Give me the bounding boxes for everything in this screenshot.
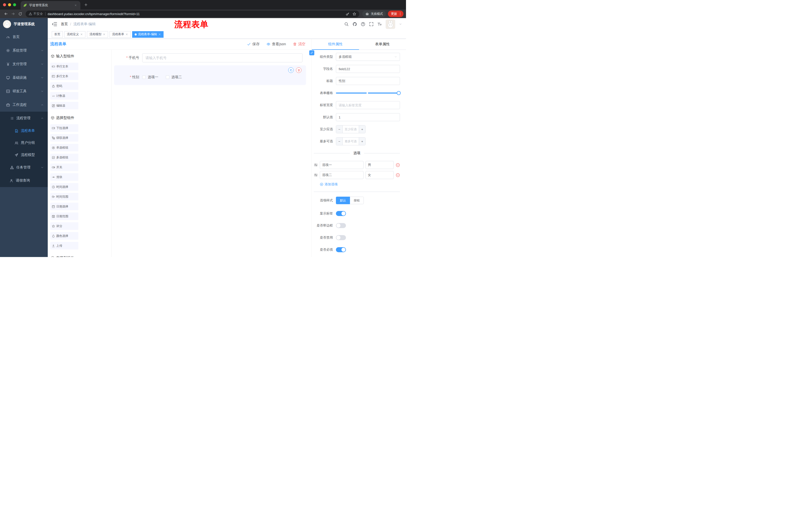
- tag-process-form-edit[interactable]: 流程表单-编辑: [132, 31, 164, 38]
- palette-item-checkbox-group[interactable]: 多选框组: [50, 154, 78, 161]
- key-icon[interactable]: [346, 12, 349, 16]
- sidebar-item-devtools[interactable]: 研发工具: [0, 84, 48, 98]
- sidebar-fold-icon[interactable]: [52, 21, 57, 27]
- window-close-button[interactable]: [3, 3, 6, 6]
- option-name-input[interactable]: [320, 171, 364, 179]
- view-json-button[interactable]: 查看json: [266, 42, 286, 47]
- sidebar-item-infrastructure[interactable]: 基础设施: [0, 71, 48, 84]
- reload-button[interactable]: [17, 10, 24, 17]
- palette-item-date-picker[interactable]: 日期选择: [50, 203, 78, 210]
- stepper-minus-button[interactable]: −: [336, 126, 343, 133]
- palette-item-switch[interactable]: 开关: [50, 163, 78, 171]
- with-border-toggle[interactable]: [336, 223, 346, 228]
- phone-input[interactable]: [142, 53, 302, 62]
- palette-item-upload[interactable]: 上传: [50, 242, 78, 249]
- drag-handle-icon[interactable]: [314, 173, 318, 177]
- min-select-input[interactable]: [343, 126, 359, 133]
- gender-field-item-selected[interactable]: * 性别 选项一 选项二: [114, 65, 306, 85]
- tag-process-form[interactable]: 流程表单: [110, 31, 130, 38]
- remove-option-icon[interactable]: [396, 163, 400, 167]
- palette-item-color-picker[interactable]: 颜色选择: [50, 232, 78, 240]
- palette-item-time-range[interactable]: 时间范围: [50, 193, 78, 200]
- tag-process-model[interactable]: 流程模型: [87, 31, 108, 38]
- window-zoom-button[interactable]: [13, 3, 16, 6]
- close-icon[interactable]: [103, 33, 106, 36]
- gender-option-1-checkbox[interactable]: 选项一: [142, 75, 158, 79]
- label-width-input[interactable]: [336, 101, 400, 109]
- search-icon[interactable]: [344, 22, 349, 26]
- address-bar[interactable]: 不安全 dashboard.yudao.iocoder.cn/bpm/manag…: [26, 10, 359, 17]
- close-icon[interactable]: [125, 33, 128, 36]
- palette-item-counter[interactable]: 计数器: [50, 92, 78, 100]
- user-avatar[interactable]: [386, 19, 395, 29]
- title-input[interactable]: [336, 77, 400, 85]
- remove-option-icon[interactable]: [396, 173, 400, 177]
- tag-home[interactable]: 首页: [52, 31, 63, 38]
- github-icon[interactable]: [352, 22, 357, 26]
- breadcrumb-home[interactable]: 首页: [61, 22, 68, 26]
- update-browser-button[interactable]: 更新: [388, 10, 404, 17]
- palette-item-select[interactable]: 下拉选择: [50, 124, 78, 132]
- link-icon[interactable]: [309, 50, 314, 55]
- style-button-button[interactable]: 按钮: [350, 197, 364, 204]
- sidebar-item-workflow[interactable]: 工作流程: [0, 98, 48, 112]
- option-value-input[interactable]: [366, 171, 394, 179]
- option-name-input[interactable]: [320, 161, 364, 169]
- gender-option-2-checkbox[interactable]: 选项二: [166, 75, 182, 79]
- palette-item-password[interactable]: 密码: [50, 82, 78, 90]
- tab-form-props[interactable]: 表单属性: [359, 39, 406, 50]
- palette-item-cascader[interactable]: 级联选择: [50, 134, 78, 141]
- palette-item-multi-line-text[interactable]: 多行文本: [50, 73, 78, 80]
- delete-component-button[interactable]: [296, 67, 301, 73]
- required-toggle[interactable]: [336, 247, 346, 252]
- sidebar-item-task-management[interactable]: 任务管理: [0, 161, 48, 174]
- stepper-plus-button[interactable]: +: [359, 126, 365, 133]
- new-tab-button[interactable]: [82, 1, 89, 8]
- tab-component-props[interactable]: 组件属性: [312, 39, 359, 50]
- palette-item-editor[interactable]: 编辑器: [50, 102, 78, 109]
- palette-item-date-range[interactable]: 日期范围: [50, 213, 78, 220]
- palette-item-rate[interactable]: 评分: [50, 222, 78, 230]
- add-option-button[interactable]: 添加选项: [320, 182, 400, 187]
- fullscreen-icon[interactable]: [369, 22, 374, 26]
- style-default-button[interactable]: 默认: [336, 197, 350, 204]
- form-grid-slider[interactable]: [336, 89, 400, 97]
- back-button[interactable]: [2, 10, 9, 17]
- drag-handle-icon[interactable]: [314, 163, 318, 167]
- tag-process-definition[interactable]: 流程定义: [64, 31, 85, 38]
- default-value-input[interactable]: [336, 113, 400, 121]
- palette-item-slider[interactable]: 滑块: [50, 173, 78, 181]
- sidebar-item-payment[interactable]: 支付管理: [0, 57, 48, 71]
- option-value-input[interactable]: [366, 161, 394, 169]
- security-label[interactable]: 不安全: [33, 12, 43, 16]
- field-name-input[interactable]: [336, 65, 400, 73]
- show-label-toggle[interactable]: [336, 211, 346, 216]
- component-type-select[interactable]: 多选框组: [336, 53, 400, 61]
- sidebar-item-process-model[interactable]: 流程模型: [0, 149, 48, 161]
- stepper-minus-button[interactable]: −: [336, 138, 343, 145]
- sidebar-item-user-group[interactable]: 用户分组: [0, 137, 48, 149]
- sidebar-item-home[interactable]: 首页: [0, 30, 48, 44]
- stepper-plus-button[interactable]: +: [359, 138, 365, 145]
- sidebar-item-process-management[interactable]: 流程管理: [0, 112, 48, 125]
- sidebar-logo[interactable]: 芋道管理系统: [0, 18, 48, 30]
- disabled-toggle[interactable]: [336, 235, 346, 240]
- star-bookmark-icon[interactable]: [352, 12, 356, 16]
- save-button[interactable]: 保存: [247, 42, 260, 47]
- font-size-icon[interactable]: [377, 22, 382, 26]
- palette-item-radio-group[interactable]: 单选框组: [50, 144, 78, 152]
- sidebar-item-system[interactable]: 系统管理: [0, 44, 48, 57]
- browser-tab[interactable]: 芋道管理系统: [21, 1, 80, 9]
- palette-item-single-line-text[interactable]: 单行文本: [50, 63, 78, 70]
- clear-button[interactable]: 清空: [293, 42, 306, 47]
- close-icon[interactable]: [158, 33, 161, 36]
- avatar-caret-down-icon[interactable]: [399, 23, 402, 26]
- slider-handle[interactable]: [397, 91, 401, 95]
- forward-button[interactable]: [9, 10, 17, 17]
- question-icon[interactable]: [361, 22, 365, 26]
- window-minimize-button[interactable]: [8, 3, 11, 6]
- tab-close-icon[interactable]: [74, 3, 78, 7]
- max-select-input[interactable]: [343, 138, 359, 145]
- copy-component-button[interactable]: [288, 67, 294, 73]
- close-icon[interactable]: [80, 33, 83, 36]
